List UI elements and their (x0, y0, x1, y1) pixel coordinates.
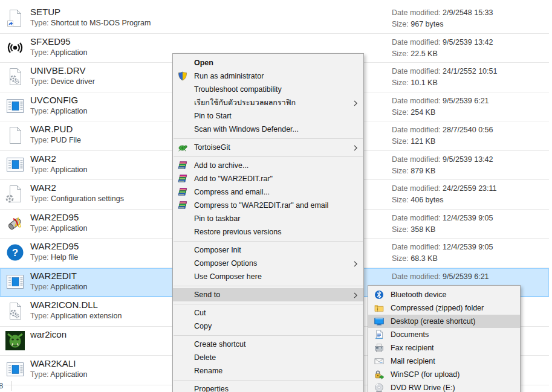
menu-item-label: Pin to taskbar (194, 214, 240, 223)
blank-page-icon (5, 126, 25, 145)
file-type: Type: PUD File (30, 136, 81, 144)
file-type: Type: Application extension (30, 312, 122, 320)
file-meta: Date modified: 2/9/2548 15:33Size: 967 b… (392, 7, 493, 30)
status-divider (11, 381, 11, 391)
menu-item-label: Documents (391, 330, 429, 339)
menu-item-fax-recipient[interactable]: Fax recipient (368, 341, 520, 355)
app-window-icon (5, 272, 25, 292)
menu-item-label: TortoiseGit (194, 143, 230, 152)
menu-item-send-to[interactable]: Send to (173, 288, 363, 301)
menu-item-delete[interactable]: Delete (173, 351, 363, 364)
status-bar: 8 (0, 379, 121, 392)
file-meta: Date modified: 9/5/2539 13:42Size: 22.5 … (392, 37, 493, 60)
menu-item-rename[interactable]: Rename (173, 364, 363, 378)
file-type: Type: Application (30, 107, 88, 115)
menu-item-dvd-rw-drive-e[interactable]: DVD RW Drive (E:) (368, 381, 520, 392)
menu-item-tortoisegit[interactable]: TortoiseGit (173, 141, 363, 154)
driver-page-icon (5, 67, 25, 86)
menu-separator (174, 304, 363, 304)
menu-separator (174, 380, 363, 381)
menu-item-restore-previous-versions[interactable]: Restore previous versions (173, 225, 363, 239)
file-name: war2icon (30, 329, 67, 339)
file-name: SETUP (30, 7, 60, 17)
status-text: 8 (0, 381, 3, 390)
dvd-icon (374, 383, 384, 392)
mail-icon (374, 356, 384, 366)
menu-item-mail-recipient[interactable]: Mail recipient (368, 355, 520, 368)
menu-item-label: Compressed (zipped) folder (391, 304, 484, 312)
svg-text:?: ? (12, 247, 18, 259)
file-meta: Date modified: 12/4/2539 9:05Size: 358 K… (392, 213, 493, 236)
winrar-icon (178, 161, 187, 170)
menu-item-label: Scan with Windows Defender... (194, 125, 299, 133)
file-name: SFXED95 (30, 36, 71, 47)
menu-item-add-to-archive[interactable]: Add to archive... (173, 159, 363, 172)
menu-item-compress-and-email[interactable]: Compress and email... (173, 185, 363, 199)
menu-separator (174, 241, 363, 242)
menu-item-label: Bluetooth device (391, 291, 446, 299)
bluetooth-icon (374, 290, 384, 300)
app-window-icon (5, 97, 25, 116)
winscp-icon (374, 370, 384, 379)
menu-item-label: Properties (194, 385, 229, 392)
app-window-icon (5, 360, 25, 379)
menu-item-cut[interactable]: Cut (173, 306, 363, 320)
menu-item-winscp-for-upload[interactable]: WinSCP (for upload) (368, 368, 520, 381)
menu-item-add-to-war2edit-rar[interactable]: Add to "WAR2EDIT.rar" (173, 172, 363, 185)
menu-item-use-composer-here[interactable]: Use Composer here (173, 270, 363, 283)
menu-item-label: Troubleshoot compatibility (194, 85, 282, 94)
menu-item-composer-init[interactable]: Composer Init (173, 243, 363, 257)
desktop-icon (374, 316, 384, 326)
settings-page-icon (5, 184, 25, 204)
file-meta: Date modified: 24/1/2552 10:51Size: 10.1… (392, 66, 497, 89)
menu-item-label: Cut (194, 309, 206, 317)
menu-separator (174, 335, 363, 336)
menu-item-compress-to-war2edit-rar-and-email[interactable]: Compress to "WAR2EDIT.rar" and email (173, 199, 363, 212)
menu-item-scan-with-windows-defender[interactable]: Scan with Windows Defender... (173, 123, 363, 136)
broadcast-icon (5, 38, 25, 57)
file-meta: Date modified: 9/5/2539 6:21Size: 254 KB (392, 95, 489, 118)
menu-item-label: DVD RW Drive (E:) (391, 384, 455, 392)
menu-item-label: Mail recipient (391, 357, 435, 365)
file-meta: Date modified: 12/4/2539 9:05Size: 68.3 … (392, 242, 493, 265)
file-name: UVCONFIG (30, 95, 78, 105)
file-row[interactable]: SETUPType: Shortcut to MS-DOS ProgramDat… (0, 4, 549, 34)
tortoisegit-icon (178, 143, 187, 152)
menu-item-pin-to-start[interactable]: Pin to Start (173, 109, 363, 123)
file-name: WAR2KALI (30, 358, 76, 368)
menu-item-label: Delete (194, 353, 216, 362)
menu-separator (174, 156, 363, 157)
chevron-right-icon (351, 143, 360, 152)
winrar-icon (178, 187, 187, 197)
file-type: Type: Application (30, 48, 88, 57)
menu-item-label: Send to (194, 291, 220, 299)
menu-item-documents[interactable]: Documents (368, 328, 520, 341)
cannon-icon (5, 214, 25, 233)
menu-item-item[interactable]: เรียกใช้กับตัวประมวลผลกราฟิก (173, 96, 363, 109)
menu-item-label: Add to archive... (194, 161, 248, 170)
msdos-shortcut-icon (5, 8, 25, 28)
menu-item-label: Desktop (create shortcut) (391, 317, 475, 326)
menu-item-properties[interactable]: Properties (173, 382, 363, 392)
menu-item-copy[interactable]: Copy (173, 320, 363, 333)
chevron-right-icon (351, 291, 360, 299)
menu-item-open[interactable]: Open (173, 56, 363, 69)
menu-item-desktop-create-shortcut[interactable]: Desktop (create shortcut) (368, 315, 520, 328)
uac-shield-icon (178, 71, 187, 81)
menu-item-create-shortcut[interactable]: Create shortcut (173, 338, 363, 351)
menu-item-pin-to-taskbar[interactable]: Pin to taskbar (173, 212, 363, 225)
help-icon: ? (5, 243, 25, 262)
menu-item-run-as-administrator[interactable]: Run as administrator (173, 69, 363, 83)
menu-item-bluetooth-device[interactable]: Bluetooth device (368, 288, 520, 301)
menu-item-label: Fax recipient (391, 344, 434, 352)
menu-item-composer-options[interactable]: Composer Options (173, 257, 363, 270)
menu-item-troubleshoot-compatibility[interactable]: Troubleshoot compatibility (173, 83, 363, 96)
menu-item-label: Copy (194, 322, 212, 330)
menu-item-label: Composer Options (194, 259, 257, 268)
menu-item-compressed-zipped-folder[interactable]: Compressed (zipped) folder (368, 301, 520, 315)
menu-item-label: Compress to "WAR2EDIT.rar" and email (194, 201, 328, 210)
file-name: WAR2 (30, 182, 56, 193)
file-type: Type: Device driver (30, 77, 95, 86)
chevron-right-icon (351, 259, 360, 268)
file-meta: Date modified: 24/2/2559 23:11Size: 406 … (392, 183, 497, 206)
